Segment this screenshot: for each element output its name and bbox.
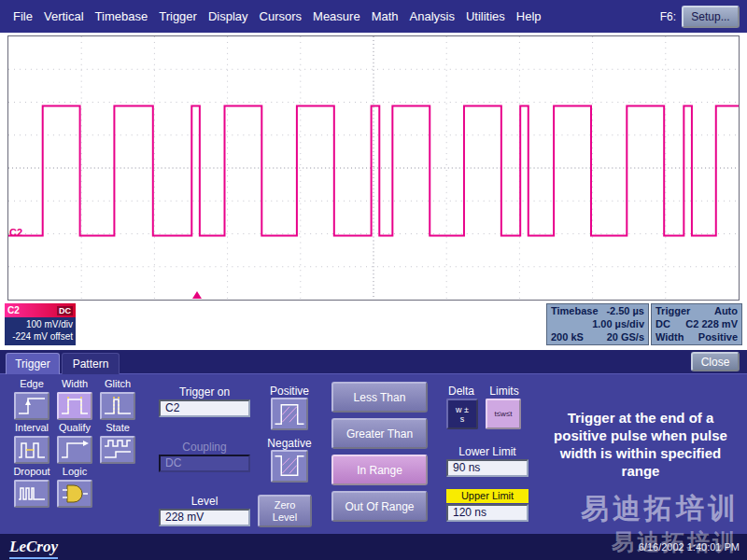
- channel-c2-header: C2 DC: [5, 303, 76, 317]
- delta-mode-button[interactable]: w ± s: [446, 399, 478, 429]
- positive-label: Positive: [265, 385, 314, 398]
- interval-icon: [17, 439, 47, 461]
- channel-c2-settings: 100 mV/div -224 mV offset: [5, 317, 76, 345]
- level-label: Level: [159, 495, 250, 508]
- datetime-display: 6/16/2002 1:40:01 PM: [639, 541, 740, 553]
- lower-limit-field[interactable]: 90 ns: [446, 459, 529, 477]
- trigger-description-text: Trigger at the end of a positive pulse w…: [542, 409, 740, 480]
- limits-label: Limits: [484, 385, 525, 398]
- state-icon: [103, 439, 133, 461]
- less-than-button[interactable]: Less Than: [331, 382, 428, 413]
- trigger-label: Trigger: [655, 304, 690, 317]
- type-label-glitch: Glitch: [105, 378, 131, 390]
- trigger-type: Width: [655, 330, 684, 343]
- trigger-source-level: C2 228 mV: [685, 317, 738, 330]
- negative-label: Negative: [265, 437, 314, 450]
- menu-item-math[interactable]: Math: [366, 9, 404, 23]
- f6-label: F6:: [660, 10, 682, 23]
- dialog-tab-bar: Trigger Pattern Close: [0, 350, 747, 374]
- type-label-dropout: Dropout: [13, 466, 49, 478]
- logic-trigger-button[interactable]: [57, 480, 92, 508]
- logic-icon: [60, 483, 90, 505]
- channel-c2-descriptor[interactable]: C2 DC 100 mV/div -224 mV offset: [5, 303, 76, 345]
- zero-level-button[interactable]: Zero Level: [258, 495, 312, 527]
- timebase-descriptor[interactable]: Timebase -2.50 µs 1.00 µs/div 200 kS 20 …: [546, 303, 649, 345]
- greater-than-button[interactable]: Greater Than: [331, 418, 428, 449]
- negative-pulse-icon: [273, 452, 306, 481]
- channel-offset: -224 mV offset: [7, 330, 73, 343]
- waveform-display[interactable]: C2: [7, 35, 740, 301]
- trigger-on-label: Trigger on: [159, 385, 250, 399]
- delta-label: Delta: [441, 385, 482, 398]
- setup-button[interactable]: Setup...: [682, 6, 740, 28]
- width-trigger-button[interactable]: [57, 392, 92, 420]
- positive-polarity-button[interactable]: [271, 398, 308, 430]
- menu-item-analysis[interactable]: Analysis: [404, 9, 460, 23]
- channel-coupling-badge: DC: [57, 306, 73, 315]
- edge-trigger-button[interactable]: [14, 392, 49, 420]
- level-field[interactable]: 228 mV: [159, 509, 250, 526]
- qualify-trigger-button[interactable]: [57, 436, 92, 464]
- upper-limit-label: Upper Limit: [446, 489, 529, 503]
- trigger-position-marker[interactable]: [192, 291, 202, 299]
- menu-item-trigger[interactable]: Trigger: [153, 9, 203, 23]
- type-label-interval: Interval: [15, 422, 49, 434]
- in-range-button[interactable]: In Range: [331, 455, 428, 485]
- menu-item-timebase[interactable]: Timebase: [90, 9, 154, 23]
- trigger-dialog: Trigger Pattern Close Edge Width Glitch: [0, 350, 747, 560]
- glitch-icon: [103, 395, 133, 417]
- menu-item-utilities[interactable]: Utilities: [460, 9, 511, 23]
- channel-scale: 100 mV/div: [7, 318, 73, 330]
- tab-trigger[interactable]: Trigger: [6, 353, 60, 374]
- negative-polarity-button[interactable]: [271, 450, 308, 483]
- timebase-scale: 1.00 µs/div: [592, 317, 644, 330]
- menu-item-display[interactable]: Display: [203, 9, 254, 23]
- close-button[interactable]: Close: [691, 352, 740, 371]
- menu-item-file[interactable]: File: [7, 9, 38, 23]
- edge-icon: [17, 395, 47, 417]
- timebase-rate: 20 GS/s: [607, 330, 644, 343]
- trace-label-c2: C2: [9, 227, 22, 238]
- coupling-field: DC: [159, 455, 250, 472]
- glitch-trigger-button[interactable]: [100, 392, 135, 420]
- type-label-width: Width: [62, 378, 88, 390]
- timebase-label: Timebase: [551, 304, 599, 317]
- lower-limit-label: Lower Limit: [435, 445, 540, 458]
- waveform-svg: [8, 36, 739, 300]
- upper-limit-field[interactable]: 120 ns: [446, 504, 529, 522]
- type-label-qualify: Qualify: [59, 422, 91, 434]
- trigger-type-selector: Edge Width Glitch: [9, 378, 149, 508]
- type-label-edge: Edge: [20, 378, 44, 390]
- type-label-logic: Logic: [63, 466, 87, 478]
- limits-mode-button[interactable]: t≤w≤t: [486, 399, 521, 429]
- oscilloscope-screen: File Vertical Timebase Trigger Display C…: [0, 0, 747, 560]
- menu-item-help[interactable]: Help: [511, 9, 547, 23]
- dropout-trigger-button[interactable]: [14, 480, 49, 508]
- trigger-on-field[interactable]: C2: [159, 399, 250, 417]
- dropout-icon: [17, 483, 47, 505]
- trigger-coupling: DC: [655, 317, 670, 330]
- menu-bar: File Vertical Timebase Trigger Display C…: [0, 0, 747, 33]
- channel-name: C2: [7, 305, 20, 315]
- width-icon: [60, 395, 90, 417]
- type-label-state: State: [106, 422, 130, 434]
- state-trigger-button[interactable]: [100, 436, 135, 464]
- trigger-descriptor[interactable]: Trigger Auto DC C2 228 mV Width Positive: [651, 303, 742, 345]
- timebase-position: -2.50 µs: [606, 304, 644, 317]
- interval-trigger-button[interactable]: [14, 436, 49, 464]
- coupling-label: Coupling: [159, 441, 250, 454]
- menu-item-measure[interactable]: Measure: [307, 9, 366, 23]
- lecroy-logo: LeCroy: [9, 538, 58, 559]
- trigger-slope: Positive: [698, 330, 738, 343]
- out-of-range-button[interactable]: Out Of Range: [331, 491, 428, 522]
- qualify-icon: [60, 439, 90, 461]
- watermark-text: 易迪拓培训: [581, 490, 740, 528]
- timebase-samples: 200 kS: [551, 330, 584, 343]
- footer-bar: LeCroy 6/16/2002 1:40:01 PM: [0, 534, 747, 560]
- menu-item-cursors[interactable]: Cursors: [254, 9, 308, 23]
- positive-pulse-icon: [273, 399, 306, 428]
- trigger-mode: Auto: [714, 304, 738, 317]
- menu-item-vertical[interactable]: Vertical: [38, 9, 90, 23]
- tab-pattern[interactable]: Pattern: [62, 353, 120, 374]
